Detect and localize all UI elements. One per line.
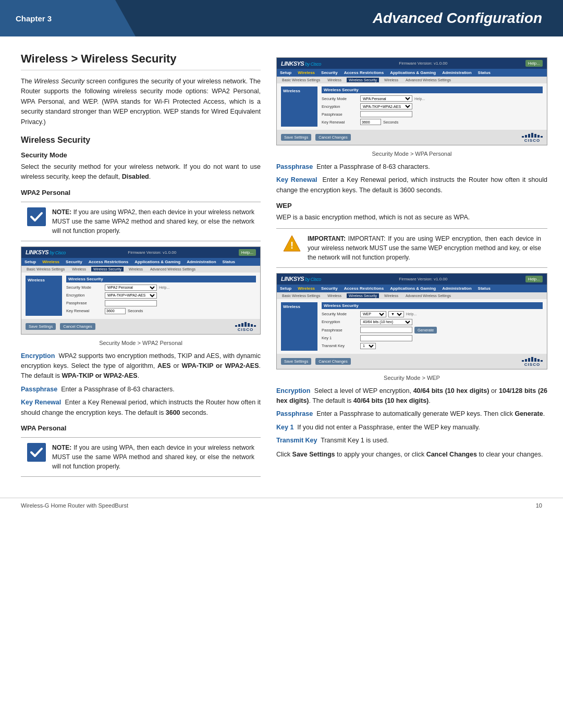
rs3-nav-applications[interactable]: Applications & Gaming [390,286,436,291]
rs-nav-administration[interactable]: Administration [187,260,216,264]
rs2-subnav-security[interactable]: Wireless Security [347,78,379,82]
rs-subnav-wireless[interactable]: Wireless [70,267,88,272]
rs2-security-mode-select[interactable]: WPA Personal [360,95,412,102]
rs2-nav-administration[interactable]: Administration [442,70,471,75]
rs2-encryption-select[interactable]: WPA-TKIP+WPA2-AES [360,103,412,109]
wpa2-router-screenshot: LINKSYS by Cisco Firmware Version: v1.0.… [21,246,261,335]
rs2-main-content: Wireless Security Security Mode WPA Pers… [322,87,543,127]
rs2-nav-setup[interactable]: Setup [280,70,291,75]
rs3-key1-label: Key 1 [322,336,358,340]
rs-security-mode-select[interactable]: WPA2 Personal [105,285,157,291]
rs3-nav-setup[interactable]: Setup [280,286,291,291]
key-renewal-description: Key Renewal Enter a Key Renewal period, … [21,398,261,418]
rs2-nav-security[interactable]: Security [321,70,338,75]
rs-sub-nav: Basic Wireless Settings Wireless Wireles… [21,266,260,273]
rs3-nav-bar: Setup Wireless Security Access Restricti… [277,285,547,292]
rs-nav-wireless[interactable]: Wireless [42,260,59,264]
rs3-passphrase-label: Passphrase [322,328,358,332]
rs3-security-mode-row: Security Mode WEP ▼ Help... [322,311,543,317]
rs3-nav-wireless[interactable]: Wireless [298,286,315,291]
chapter-label: Chapter 3 [0,0,136,36]
rs2-nav-applications[interactable]: Applications & Gaming [390,70,436,75]
left-column: Wireless > Wireless Security The Wireles… [21,52,261,482]
rs3-default-select[interactable]: ▼ [388,311,404,317]
cisco-bars2-icon [522,133,543,138]
section-heading: Wireless > Wireless Security [21,52,261,70]
rs-nav-applications[interactable]: Applications & Gaming [134,260,180,264]
rs-subnav-wireless2[interactable]: Wireless [127,267,145,272]
rs2-subnav-wireless2[interactable]: Wireless [382,78,400,82]
wpa-note-text: NOTE: If you are using WPA, then each de… [52,443,254,471]
rs-passphrase-input[interactable] [105,300,157,306]
rs-footer: Save Settings Cancel Changes CISCO [21,319,260,334]
wep-important-text: IMPORTANT: IMPORTANT: If you are using W… [308,234,541,262]
rs3-subnav-advanced[interactable]: Advanced Wireless Settings [403,293,453,298]
rs2-subnav-advanced[interactable]: Advanced Wireless Settings [403,78,453,82]
rs-security-mode-row: Security Mode WPA2 Personal Help... [66,285,256,291]
rs-encryption-select[interactable]: WPA-TKIP+WPA2-AES [105,292,157,299]
rs2-save-btn[interactable]: Save Settings [281,134,311,141]
rs-subnav-advanced[interactable]: Advanced Wireless Settings [148,267,198,272]
rs2-passphrase-row: Passphrase [322,111,543,117]
page-header: Chapter 3 Advanced Configuration [0,0,563,36]
rs-nav-access[interactable]: Access Restrictions [89,260,128,264]
rs2-cancel-btn[interactable]: Cancel Changes [315,134,350,141]
wpa-screenshot-caption: Security Mode > WPA Personal [276,151,547,157]
rs-help-button[interactable]: Help... [239,249,256,256]
rs3-passphrase-input[interactable] [360,327,412,333]
right-column: LINKSYS by Cisco Firmware Version: v1.0.… [276,52,547,482]
wpa2-personal-subtitle: WPA2 Personal [21,189,261,196]
rs3-subnav-basic[interactable]: Basic Wireless Settings [280,293,322,298]
rs-passphrase-row: Passphrase [66,300,256,306]
security-mode-subtitle: Security Mode [21,151,261,159]
rs3-subnav-wireless[interactable]: Wireless [325,293,344,298]
rs2-nav-access[interactable]: Access Restrictions [344,70,384,75]
rs2-subnav-wireless[interactable]: Wireless [325,78,344,82]
rs3-save-btn[interactable]: Save Settings [281,358,311,365]
rs2-wireless-security-title: Wireless Security [322,87,543,93]
rs3-subnav-security[interactable]: Wireless Security [347,293,379,298]
rs-cancel-btn[interactable]: Cancel Changes [60,323,95,330]
rs3-nav-administration[interactable]: Administration [442,286,471,291]
rs3-subnav-wireless2[interactable]: Wireless [382,293,400,298]
cisco-bars-icon [235,322,256,327]
wep-passphrase-description: Passphrase Enter a Passphrase to automat… [276,409,547,419]
rs3-transmit-label: Transmit Key [322,343,358,348]
rs2-subnav-basic[interactable]: Basic Wireless Settings [280,78,322,82]
rs3-encryption-row: Encryption 40/64 bits (10 hex) [322,319,543,325]
rs-subnav-basic[interactable]: Basic Wireless Settings [25,267,67,272]
rs2-passphrase-input[interactable] [360,111,412,117]
encryption-description: Encryption WPA2 supports two encryption … [21,351,261,381]
rs-firmware-version: Firmware Version: v1.0.00 [128,250,176,255]
wep-transmit-description: Transmit Key Transmit Key 1 is used. [276,436,547,446]
rs-subnav-security[interactable]: Wireless Security [91,267,124,272]
warning-triangle-icon: ! [283,234,301,253]
rs2-key-renewal-input[interactable] [360,119,381,125]
rs3-passphrase-row: Passphrase Generate [322,327,543,334]
rs3-generate-btn[interactable]: Generate [414,327,437,334]
rs-nav-status[interactable]: Status [223,260,235,264]
rs3-transmit-row: Transmit Key 1 [322,343,543,349]
wep-router-screenshot: LINKSYS by Cisco Firmware Version: v1.0.… [276,273,547,369]
rs2-help-button[interactable]: Help... [525,60,543,67]
rs3-help-button[interactable]: Help... [525,276,543,282]
rs3-security-mode-select[interactable]: WEP [360,311,386,317]
rs3-wireless-security-title: Wireless Security [322,302,543,309]
rs3-nav-status[interactable]: Status [478,286,491,291]
rs-save-btn[interactable]: Save Settings [26,323,56,330]
rs2-nav-wireless[interactable]: Wireless [298,70,315,75]
rs-nav-security[interactable]: Security [66,260,82,264]
rs3-nav-access[interactable]: Access Restrictions [344,286,384,291]
rs3-encryption-select[interactable]: 40/64 bits (10 hex) [360,319,412,325]
rs-nav-bar: Setup Wireless Security Access Restricti… [21,258,260,266]
cisco-text-logo: CISCO [238,327,253,332]
rs2-encryption-row: Encryption WPA-TKIP+WPA2-AES [322,103,543,109]
rs-nav-setup[interactable]: Setup [25,260,36,264]
wep-screenshot-caption: Security Mode > WEP [276,375,547,381]
rs-key-renewal-input[interactable] [105,308,126,314]
rs3-nav-security[interactable]: Security [321,286,338,291]
rs3-cancel-btn[interactable]: Cancel Changes [315,358,350,365]
rs3-key1-input[interactable] [360,335,412,341]
rs2-nav-status[interactable]: Status [478,70,491,75]
rs3-transmit-select[interactable]: 1 [360,343,376,349]
